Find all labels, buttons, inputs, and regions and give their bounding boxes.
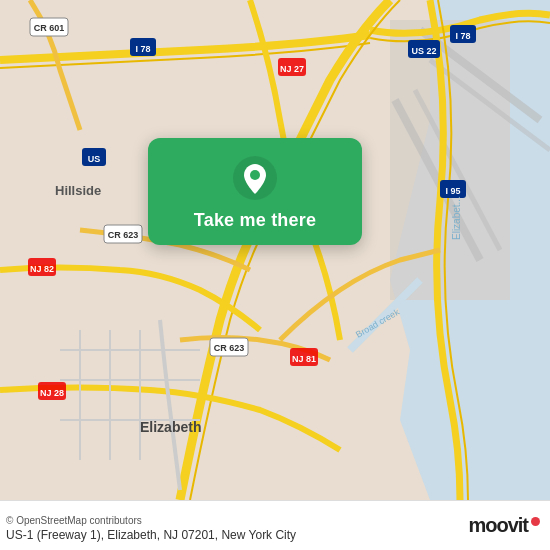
svg-text:CR 623: CR 623 (214, 343, 245, 353)
map-background: CR 601 I 78 I 78 US 22 I 95 NJ 27 US NJ … (0, 0, 550, 500)
bottom-bar: © OpenStreetMap contributors US-1 (Freew… (0, 500, 550, 550)
moovit-logo: moovit (468, 514, 540, 537)
moovit-wordmark: moovit (468, 514, 528, 537)
moovit-dot (531, 517, 540, 526)
svg-text:I 95: I 95 (445, 186, 460, 196)
map-container[interactable]: CR 601 I 78 I 78 US 22 I 95 NJ 27 US NJ … (0, 0, 550, 500)
address-label: US-1 (Freeway 1), Elizabeth, NJ 07201, N… (6, 528, 468, 542)
take-me-there-label: Take me there (194, 210, 316, 231)
svg-text:US: US (88, 154, 101, 164)
svg-text:US 22: US 22 (411, 46, 436, 56)
svg-text:Elizabeth: Elizabeth (140, 419, 201, 435)
copyright: © OpenStreetMap contributors (6, 510, 468, 528)
location-pin-icon (233, 156, 277, 200)
svg-point-42 (250, 170, 260, 180)
svg-text:NJ 81: NJ 81 (292, 354, 316, 364)
svg-text:I 78: I 78 (455, 31, 470, 41)
svg-text:NJ 27: NJ 27 (280, 64, 304, 74)
svg-text:NJ 82: NJ 82 (30, 264, 54, 274)
svg-text:I 78: I 78 (135, 44, 150, 54)
svg-text:Hillside: Hillside (55, 183, 101, 198)
svg-text:Elizabet...: Elizabet... (451, 196, 462, 240)
svg-text:CR 623: CR 623 (108, 230, 139, 240)
svg-text:NJ 28: NJ 28 (40, 388, 64, 398)
take-me-there-button[interactable]: Take me there (148, 138, 362, 245)
svg-text:CR 601: CR 601 (34, 23, 65, 33)
